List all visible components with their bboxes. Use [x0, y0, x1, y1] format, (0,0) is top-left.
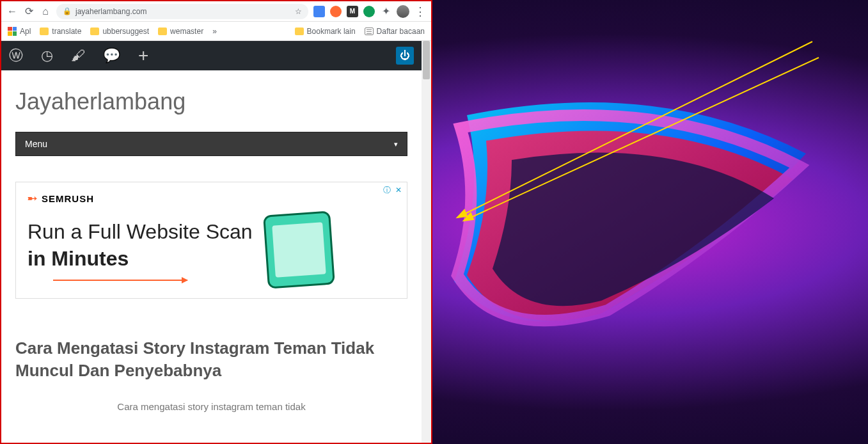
chevron-down-icon: ▾ — [394, 140, 398, 148]
chrome-toolbar: ← ⟳ ⌂ 🔒 jayaherlambang.com ☆ M ✦ ⋮ — [1, 1, 431, 22]
bookmark-label: translate — [52, 27, 81, 36]
url-text: jayaherlambang.com — [75, 7, 146, 16]
wordpress-icon[interactable]: ⓦ — [9, 46, 23, 65]
home-button[interactable]: ⌂ — [40, 6, 51, 17]
reading-list[interactable]: Daftar bacaan — [365, 27, 425, 36]
chrome-menu-button[interactable]: ⋮ — [414, 4, 426, 19]
profile-avatar[interactable] — [397, 5, 409, 18]
svg-marker-3 — [464, 213, 473, 221]
extension-icon-3[interactable] — [363, 6, 375, 17]
lock-icon: 🔒 — [63, 7, 72, 15]
customize-icon[interactable]: 🖌 — [71, 47, 85, 64]
folder-icon — [295, 28, 304, 35]
reload-button[interactable]: ⟳ — [23, 6, 35, 17]
svg-line-2 — [464, 58, 819, 221]
reading-list-label: Daftar bacaan — [377, 27, 425, 36]
bookmark-translate[interactable]: translate — [40, 27, 81, 36]
address-bar[interactable]: 🔒 jayaherlambang.com ☆ — [56, 4, 308, 19]
ad-headline-2: in Minutes — [28, 247, 129, 270]
folder-icon — [158, 28, 167, 35]
menu-dropdown[interactable]: Menu ▾ — [15, 132, 407, 156]
extension-icon-1[interactable] — [313, 6, 325, 17]
extension-icon-2[interactable] — [330, 6, 342, 17]
bookmark-bar: Apl translate ubbersuggest wemaster » Bo… — [1, 22, 431, 41]
reading-list-icon — [365, 28, 374, 35]
overflow-label: » — [212, 27, 217, 36]
ad-illustration — [263, 210, 335, 289]
bookmarks-overflow[interactable]: » — [212, 27, 217, 36]
scrollbar[interactable] — [422, 41, 431, 443]
menu-label: Menu — [25, 139, 47, 149]
bookmark-lain[interactable]: Bookmark lain — [295, 27, 356, 36]
scroll-thumb[interactable] — [423, 41, 430, 79]
extensions-button[interactable]: ✦ — [380, 6, 391, 17]
dashboard-icon[interactable]: ◷ — [41, 47, 53, 64]
ad-arrow-icon — [53, 280, 187, 281]
folder-icon — [40, 28, 49, 35]
ad-logo: ➸ SEMRUSH — [28, 191, 395, 205]
bookmark-label: wemaster — [170, 27, 203, 36]
comments-icon[interactable]: 💬 — [103, 47, 120, 64]
article-excerpt: Cara mengatasi story instagram teman tid… — [15, 401, 407, 412]
apps-label: Apl — [20, 27, 31, 36]
power-button[interactable]: ⏻ — [396, 47, 414, 65]
extension-icon-gmail[interactable]: M — [347, 6, 358, 17]
flame-icon: ➸ — [28, 191, 38, 205]
site-title[interactable]: Jayaherlambang — [15, 88, 407, 115]
article-title[interactable]: Cara Mengatasi Story Instagram Teman Tid… — [15, 337, 407, 382]
bookmark-ubbersuggest[interactable]: ubbersuggest — [90, 27, 149, 36]
bookmark-label: Bookmark lain — [307, 27, 356, 36]
bookmark-label: ubbersuggest — [102, 27, 149, 36]
star-icon[interactable]: ☆ — [295, 7, 302, 16]
folder-icon — [90, 28, 99, 35]
ad-close-button[interactable]: ⓘ ✕ — [383, 185, 403, 196]
bookmark-wemaster[interactable]: wemaster — [158, 27, 203, 36]
annotation-arrow-2 — [454, 54, 825, 246]
ad-banner[interactable]: ⓘ ✕ ➸ SEMRUSH Run a Full Website Scan in… — [15, 182, 407, 299]
ad-brand: SEMRUSH — [42, 193, 94, 204]
page-content: ⓦ ◷ 🖌 💬 + ⏻ Jayaherlambang Menu ▾ ⓘ ✕ ➸ — [1, 41, 422, 443]
browser-window: ← ⟳ ⌂ 🔒 jayaherlambang.com ☆ M ✦ ⋮ Apl t… — [0, 0, 432, 444]
wp-admin-bar: ⓦ ◷ 🖌 💬 + ⏻ — [1, 41, 422, 70]
apps-button[interactable]: Apl — [8, 27, 31, 36]
back-button[interactable]: ← — [6, 6, 18, 17]
apps-icon — [8, 27, 17, 36]
ad-headline-1: Run a Full Website Scan — [28, 219, 253, 246]
new-content-icon[interactable]: + — [138, 45, 148, 66]
